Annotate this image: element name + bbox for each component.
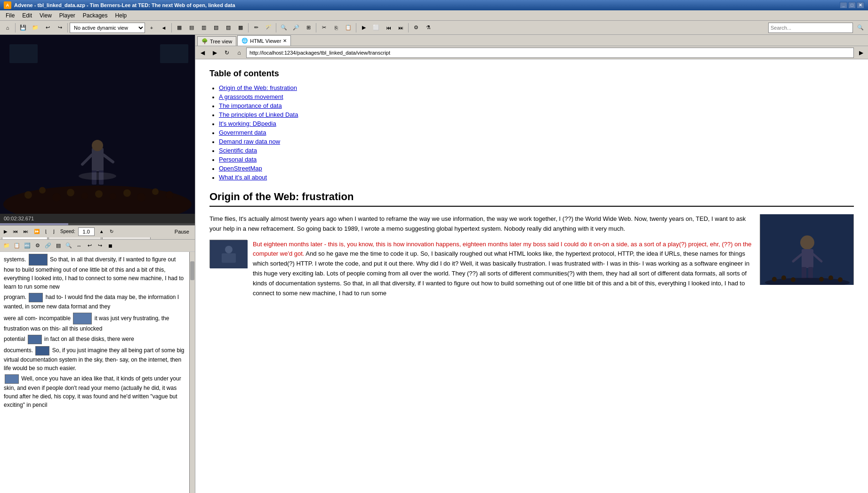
stop-button2[interactable]: ⬜ bbox=[370, 22, 382, 33]
settings-button[interactable]: ⚙ bbox=[410, 22, 422, 33]
browser-tab-treeview[interactable]: 🌳 Tree view bbox=[197, 36, 236, 46]
toc-item-4[interactable]: The principles of Linked Data bbox=[219, 111, 854, 119]
toc-link-9[interactable]: Personal data bbox=[219, 156, 257, 163]
transcript-tool10[interactable]: ⏹ bbox=[105, 241, 115, 251]
menu-help[interactable]: Help bbox=[112, 11, 131, 20]
prev-button2[interactable]: ⏮ bbox=[383, 22, 394, 33]
transcript-thumb-4 bbox=[28, 335, 42, 344]
toc-link-1[interactable]: Origin of the Web: frustration bbox=[219, 84, 297, 91]
toc-link-10[interactable]: OpenStreetMap bbox=[219, 165, 262, 172]
browser-tab-htmlviewer[interactable]: 🌐 HTML Viewer ✕ bbox=[237, 35, 291, 46]
wand-button[interactable]: 🪄 bbox=[263, 22, 274, 33]
grid6-button[interactable]: ▩ bbox=[235, 22, 246, 33]
play-button2[interactable]: ▶ bbox=[358, 22, 370, 33]
minimize-button[interactable]: _ bbox=[840, 2, 847, 8]
view-select[interactable]: No active dynamic view bbox=[70, 23, 145, 33]
transcript-search[interactable]: 🔍 bbox=[64, 241, 73, 251]
menu-packages[interactable]: Packages bbox=[79, 11, 112, 20]
fit-button[interactable]: ⊞ bbox=[303, 22, 314, 33]
toc-link-7[interactable]: Demand raw data now bbox=[219, 138, 280, 145]
step-fwd-button[interactable]: ⏭ bbox=[22, 228, 30, 235]
toc-link-4[interactable]: The principles of Linked Data bbox=[219, 111, 298, 118]
toc-link-11[interactable]: What it's all about bbox=[219, 174, 267, 181]
mark-in-button[interactable]: ⌊ bbox=[43, 228, 49, 235]
toc-item-6[interactable]: Government data bbox=[219, 129, 854, 137]
filter-button[interactable]: ⚗ bbox=[423, 22, 434, 33]
htmlviewer-label: HTML Viewer bbox=[250, 38, 281, 44]
transcript-tool1[interactable]: 📁 bbox=[2, 241, 11, 251]
back-button[interactable]: ◀ bbox=[197, 48, 208, 58]
transcript-tool5[interactable]: 🔗 bbox=[43, 241, 53, 251]
svg-point-4 bbox=[52, 193, 61, 202]
refresh-button[interactable]: ↻ bbox=[222, 48, 232, 58]
open-button[interactable]: 📁 bbox=[30, 22, 41, 33]
fast-fwd-button[interactable]: ⏩ bbox=[32, 228, 41, 235]
toc-item-2[interactable]: A grassroots movement bbox=[219, 93, 854, 101]
grid5-button[interactable]: ▨ bbox=[223, 22, 234, 33]
grid2-button[interactable]: ▤ bbox=[186, 22, 197, 33]
copy-button[interactable]: ⎘ bbox=[330, 22, 342, 33]
zoom-out-button[interactable]: 🔎 bbox=[290, 22, 302, 33]
cut-button[interactable]: ✂ bbox=[318, 22, 330, 33]
htmlviewer-close[interactable]: ✕ bbox=[283, 38, 287, 43]
undo-button[interactable]: ↩ bbox=[42, 22, 53, 33]
toc-item-7[interactable]: Demand raw data now bbox=[219, 138, 854, 145]
toc-item-1[interactable]: Origin of the Web: frustration bbox=[219, 84, 854, 92]
zoom-in-button[interactable]: 🔍 bbox=[278, 22, 289, 33]
toc-item-10[interactable]: OpenStreetMap bbox=[219, 165, 854, 172]
transcript-tool4[interactable]: ⚙ bbox=[33, 241, 42, 251]
close-button[interactable]: ✕ bbox=[857, 2, 864, 8]
toc-link-6[interactable]: Government data bbox=[219, 129, 266, 136]
transcript-tool3[interactable]: 🔤 bbox=[23, 241, 32, 251]
menu-player[interactable]: Player bbox=[56, 11, 79, 20]
main-toolbar: ⌂ 💾 📁 ↩ ↪ No active dynamic view + ◄ ▦ ▤… bbox=[0, 21, 868, 35]
transcript-tool2[interactable]: 📋 bbox=[12, 241, 22, 251]
home-nav-button[interactable]: ⌂ bbox=[234, 48, 244, 58]
global-search-button[interactable]: 🔍 bbox=[855, 22, 866, 33]
transcript-tool6[interactable]: ▤ bbox=[54, 241, 63, 251]
toc-link-8[interactable]: Scientific data bbox=[219, 147, 257, 154]
transcript-tool7[interactable]: ↔ bbox=[74, 241, 84, 251]
toc-item-11[interactable]: What it's all about bbox=[219, 174, 854, 181]
toc-link-3[interactable]: The importance of data bbox=[219, 102, 282, 109]
add-view-button[interactable]: + bbox=[146, 22, 157, 33]
svg-rect-27 bbox=[802, 249, 813, 268]
toc-link-5[interactable]: It's working: DBpedia bbox=[219, 120, 276, 127]
app-icon: A bbox=[4, 1, 11, 9]
grid3-button[interactable]: ▥ bbox=[198, 22, 209, 33]
save-button[interactable]: 💾 bbox=[17, 22, 29, 33]
forward-button[interactable]: ▶ bbox=[209, 48, 220, 58]
go-button[interactable]: ▶ bbox=[856, 48, 866, 58]
global-search-input[interactable] bbox=[768, 23, 853, 33]
toc-item-3[interactable]: The importance of data bbox=[219, 102, 854, 110]
step-back-button[interactable]: ⏮ bbox=[11, 228, 20, 235]
menu-file[interactable]: File bbox=[2, 11, 18, 20]
grid4-button[interactable]: ▧ bbox=[210, 22, 222, 33]
toc-link-2[interactable]: A grassroots movement bbox=[219, 93, 283, 100]
transcript-tool9[interactable]: ↪ bbox=[95, 241, 104, 251]
toc-item-8[interactable]: Scientific data bbox=[219, 147, 854, 154]
menu-view[interactable]: View bbox=[36, 11, 56, 20]
toc-title: Table of contents bbox=[209, 69, 854, 79]
menu-edit[interactable]: Edit bbox=[18, 11, 36, 20]
mark-out-button[interactable]: ⌋ bbox=[51, 228, 56, 235]
grid-button[interactable]: ▦ bbox=[174, 22, 185, 33]
url-bar[interactable]: http://localhost:1234/packages/tbl_linke… bbox=[246, 48, 854, 58]
toc-item-5[interactable]: It's working: DBpedia bbox=[219, 120, 854, 128]
speed-up-button[interactable]: ▲ bbox=[97, 228, 106, 235]
loop-button[interactable]: ↻ bbox=[108, 228, 115, 235]
next-button2[interactable]: ⏭ bbox=[395, 22, 406, 33]
toc-item-9[interactable]: Personal data bbox=[219, 156, 854, 163]
speed-input[interactable] bbox=[78, 227, 95, 236]
pencil-button[interactable]: ✏ bbox=[250, 22, 262, 33]
redo-button[interactable]: ↪ bbox=[54, 22, 65, 33]
transcript-tool8[interactable]: ↩ bbox=[85, 241, 94, 251]
left-arrow-button[interactable]: ◄ bbox=[158, 22, 169, 33]
transcript-scrollbar[interactable] bbox=[189, 252, 195, 493]
window-controls[interactable]: _ □ ✕ bbox=[840, 2, 864, 8]
maximize-button[interactable]: □ bbox=[848, 2, 856, 8]
pause-button[interactable]: Pause bbox=[171, 229, 193, 234]
paste-button[interactable]: 📋 bbox=[343, 22, 354, 33]
home-button[interactable]: ⌂ bbox=[2, 22, 13, 33]
play-button[interactable]: ▶ bbox=[2, 228, 9, 235]
